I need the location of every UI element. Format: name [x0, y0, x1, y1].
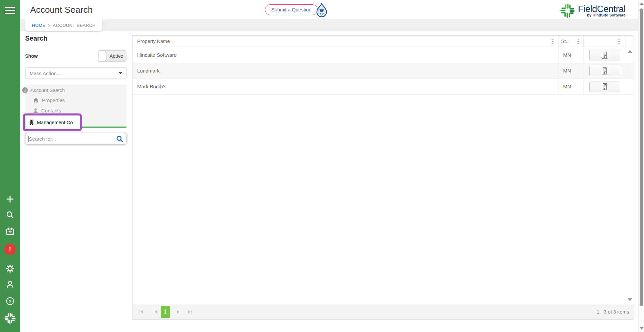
scrollbar-down-icon[interactable] — [640, 327, 643, 330]
results-grid: Property Name St... Hindsite Software MN — [132, 35, 634, 320]
column-header-scroll-spacer — [626, 36, 634, 47]
page-scrollbar — [638, 0, 644, 332]
person-icon — [33, 108, 38, 113]
tab-contacts[interactable]: Contacts — [33, 108, 61, 113]
column-menu-icon[interactable] — [550, 38, 555, 45]
column-menu-icon[interactable] — [575, 38, 581, 45]
pager-prev-button[interactable] — [152, 308, 160, 316]
column-label: St... — [561, 39, 570, 44]
grid-body: Hindsite Software MN Lundmark MN — [132, 47, 634, 304]
tabgroup-label: Account Search — [31, 88, 65, 93]
column-header-property-name[interactable]: Property Name — [132, 36, 558, 47]
fieldcentral-logo-mark — [560, 3, 575, 18]
search-panel-title: Search — [25, 35, 48, 42]
calendar-add-icon[interactable] — [5, 227, 15, 237]
table-row[interactable]: Lundmark MN — [132, 63, 634, 79]
search-box — [25, 133, 126, 145]
mass-action-value: Mass Action... — [30, 70, 119, 76]
fieldcentral-logo: FieldCentral by HindSite Software — [560, 3, 626, 18]
table-row[interactable]: Hindsite Software MN — [132, 47, 634, 63]
pager-next-button[interactable] — [174, 308, 182, 316]
toggle-knob[interactable] — [99, 51, 106, 61]
page-title: Account Search — [30, 5, 93, 15]
state-cell: MN — [558, 63, 584, 79]
column-label: Property Name — [137, 39, 170, 44]
breadcrumb-strip: HOME > ACCOUNT SEARCH — [20, 19, 638, 31]
breadcrumb: HOME > ACCOUNT SEARCH — [25, 19, 102, 31]
state-cell: MN — [558, 47, 584, 63]
scrollbar-up-icon[interactable] — [640, 2, 643, 5]
pager-first-button[interactable] — [137, 308, 145, 316]
tab-label: Management Co — [37, 120, 73, 125]
account-search-tabgroup: i Account Search Properties Contacts Man… — [25, 85, 126, 128]
user-icon[interactable] — [5, 279, 15, 289]
logo-name: FieldCentral — [578, 4, 626, 14]
breadcrumb-separator: > — [48, 23, 51, 28]
breadcrumb-current: ACCOUNT SEARCH — [53, 23, 96, 28]
chevron-down-icon — [119, 72, 122, 74]
state-cell: MN — [558, 79, 584, 94]
building-outline-icon — [602, 51, 608, 59]
building-outline-icon — [602, 83, 608, 91]
tab-label: Contacts — [41, 108, 61, 113]
scroll-down-icon[interactable] — [628, 298, 632, 301]
pager-last-button[interactable] — [185, 308, 194, 316]
show-active-toggle[interactable]: Active — [98, 50, 126, 62]
tab-label: Properties — [42, 97, 65, 103]
table-row[interactable]: Mark Burch's MN — [132, 79, 634, 95]
hindsite-logo-icon — [4, 312, 16, 324]
management-co-button[interactable] — [589, 66, 620, 76]
highlight-annotation-box: Management Co — [23, 113, 82, 131]
column-header-state[interactable]: St... — [558, 36, 584, 47]
management-co-button[interactable] — [589, 50, 620, 60]
property-name-cell: Lundmark — [132, 63, 558, 79]
plus-icon[interactable] — [5, 194, 15, 204]
tab-properties[interactable]: Properties — [33, 97, 65, 103]
pager-page-1-button[interactable]: 1 — [161, 306, 170, 318]
property-name-cell: Hindsite Software — [132, 47, 558, 63]
alert-icon[interactable]: ! — [4, 244, 16, 255]
scroll-up-icon[interactable] — [628, 50, 632, 53]
submit-question-button[interactable]: Submit a Question — [265, 4, 318, 15]
info-icon[interactable]: i — [22, 87, 28, 93]
column-menu-icon[interactable] — [616, 38, 622, 45]
management-co-button[interactable] — [589, 82, 620, 92]
grid-scrollbar — [626, 47, 634, 304]
search-submit-icon[interactable] — [116, 135, 123, 143]
column-header-actions — [584, 36, 626, 47]
menu-icon[interactable] — [5, 7, 15, 15]
property-name-cell: Mark Burch's — [132, 79, 558, 94]
search-input[interactable] — [29, 134, 109, 144]
home-icon — [33, 97, 39, 103]
settings-gear-icon[interactable] — [5, 264, 15, 274]
grid-pager: 1 1 - 3 of 3 items — [132, 304, 634, 319]
search-panel: Search Show Active Mass Action... i Acco… — [25, 31, 126, 159]
breadcrumb-home-link[interactable]: HOME — [32, 23, 46, 28]
top-header: Account Search Submit a Question FieldCe… — [20, 0, 638, 19]
svg-text:?: ? — [9, 299, 11, 304]
water-drop-mascot-icon[interactable] — [315, 3, 329, 17]
search-icon[interactable] — [5, 210, 15, 220]
mass-action-dropdown[interactable]: Mass Action... — [25, 67, 126, 79]
pager-summary: 1 - 3 of 3 items — [597, 309, 629, 315]
toggle-value: Active — [107, 51, 126, 61]
building-icon — [29, 120, 34, 125]
sidebar: ! ? — [0, 0, 20, 332]
building-outline-icon — [602, 67, 608, 75]
tab-management-co[interactable]: Management Co — [25, 117, 79, 128]
show-label: Show — [25, 53, 38, 59]
scrollbar-thumb[interactable] — [640, 8, 643, 306]
help-icon[interactable]: ? — [5, 296, 15, 306]
grid-header: Property Name St... — [132, 36, 634, 47]
